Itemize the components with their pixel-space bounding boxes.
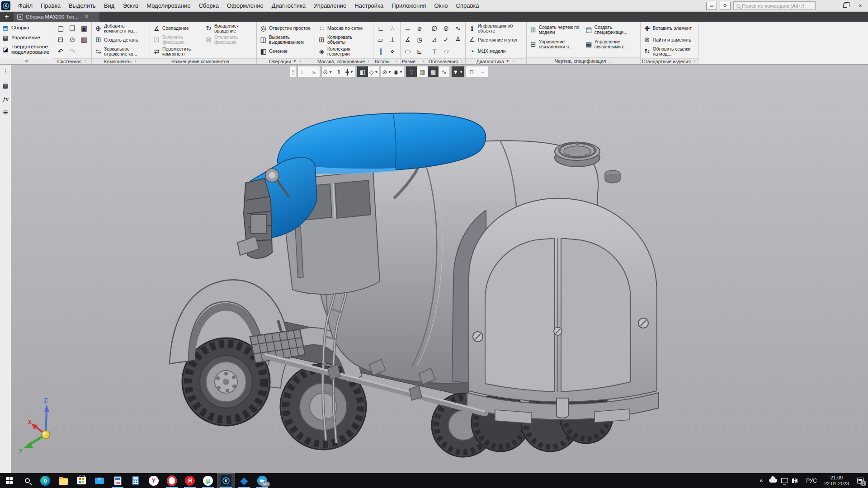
filter-objects-button[interactable]: ▼▼ bbox=[452, 66, 464, 77]
group-label-standard-parts[interactable]: Стандартные изделия⋮ bbox=[641, 58, 698, 65]
menu-applications[interactable]: Приложения bbox=[387, 0, 430, 12]
move-view-button[interactable]: ╋▼ bbox=[344, 66, 355, 77]
insert-element-button[interactable]: ✚ Вставить элемент bbox=[642, 23, 695, 34]
taskbar-mail[interactable] bbox=[90, 473, 108, 488]
taskbar-kompas[interactable]: К bbox=[217, 473, 235, 488]
screen-settings-icon[interactable]: ⚙ bbox=[720, 2, 731, 10]
drag-handle[interactable]: ⣿ bbox=[290, 70, 296, 75]
normal-to-button[interactable]: ⇑ bbox=[333, 66, 344, 77]
tab-assembly-ma3200[interactable]: К Сборка МА3200 Топ... × bbox=[14, 12, 99, 22]
aux-point-button[interactable]: ∴ bbox=[387, 23, 398, 34]
main-menu-icon[interactable]: ≡ bbox=[1, 108, 10, 117]
create-part-button[interactable]: ⊞ Создать деталь bbox=[93, 34, 148, 46]
manage-linked-drawings-button[interactable]: ⊟ Управление связанными ч... bbox=[528, 37, 583, 52]
update-links-button[interactable]: ↻ Обновить ссылки на мод... bbox=[642, 46, 695, 57]
group-label-diagnostics[interactable]: Диагностика▼⋮ bbox=[466, 58, 526, 65]
close-button[interactable]: × bbox=[853, 0, 868, 12]
rotation-rotation-button[interactable]: ↻ Вращение-вращение bbox=[203, 23, 255, 34]
taskbar-edge[interactable]: e bbox=[36, 473, 54, 488]
oriented-cs-button[interactable]: ⊾ bbox=[309, 66, 320, 77]
menu-assembly[interactable]: Сборка bbox=[194, 0, 223, 12]
dim-arc-button[interactable]: ⊾ bbox=[414, 46, 425, 57]
structure-tree-icon[interactable]: ⫶ bbox=[1, 67, 10, 76]
taskbar-opera[interactable] bbox=[163, 473, 181, 488]
new-tab-button[interactable]: + bbox=[0, 12, 14, 22]
designation-tolerance-button[interactable]: ✓ bbox=[440, 34, 452, 46]
designation-base-button[interactable]: ⊘ bbox=[440, 23, 452, 34]
menu-select[interactable]: Выделить bbox=[65, 0, 100, 12]
mass-properties-button[interactable]: ◔ МЦХ модели bbox=[467, 46, 525, 57]
taskbar-calculator[interactable] bbox=[127, 473, 145, 488]
group-label-components[interactable]: Компоненты⋮ bbox=[92, 58, 150, 65]
model-viewport[interactable]: ⣿ ∟ ⊾ ⊙▼ ⇑ ╋▼ ◧ ◇▼ ⊘▼ ◉▼ ∵ ▦ ▩ ∿ ▼▼ ⊓ ⌁ bbox=[11, 65, 868, 473]
dim-radial-button[interactable]: ◷ bbox=[414, 34, 425, 46]
menu-view[interactable]: Вид bbox=[100, 0, 119, 12]
group-label-operations[interactable]: Операции▼⋮ bbox=[257, 58, 315, 65]
object-info-button[interactable]: ℹ Информация об объекте bbox=[467, 23, 525, 34]
parameters-list-icon[interactable]: ▤ bbox=[1, 81, 10, 90]
coincidence-button[interactable]: ∡ Совпадение bbox=[151, 23, 203, 34]
menu-file[interactable]: Файл bbox=[14, 0, 37, 12]
open-document-button[interactable]: ❒ bbox=[66, 23, 78, 34]
dimensions-display-button[interactable]: ∵ bbox=[406, 66, 417, 77]
menu-sketch[interactable]: Эскиз bbox=[118, 0, 142, 12]
planes-display-button[interactable]: ▦ bbox=[417, 66, 428, 77]
dim-diameter-button[interactable]: ⌀ bbox=[414, 23, 425, 34]
menu-settings[interactable]: Настройка bbox=[350, 0, 387, 12]
designation-area-button[interactable]: ▱ bbox=[440, 46, 452, 57]
hide-objects-button[interactable]: ⊘▼ bbox=[381, 66, 392, 77]
start-button[interactable] bbox=[0, 473, 18, 488]
aux-cs-button[interactable]: ∟ bbox=[375, 23, 387, 34]
mode-solid-modeling[interactable]: ◪ Твердотельное моделирование bbox=[0, 42, 53, 56]
menu-help[interactable]: Справка bbox=[452, 0, 483, 12]
new-document-button[interactable]: ▢ bbox=[55, 23, 66, 34]
mode-assembly[interactable]: ⬒ Сборка bbox=[0, 23, 53, 33]
aux-spiral-button[interactable]: ⋄ bbox=[387, 46, 398, 57]
create-spec-button[interactable]: ▤ Создать спецификаци... bbox=[584, 23, 639, 37]
zoom-button[interactable]: ⊙▼ bbox=[322, 66, 333, 77]
cut-extrude-button[interactable]: ◫ Вырезать выдавливанием bbox=[258, 34, 313, 46]
wireframe-display-button[interactable]: ◇▼ bbox=[368, 66, 379, 77]
group-label-array-copy[interactable]: Массив, копирование⋮ bbox=[315, 58, 373, 65]
truck-model-3d[interactable]: Z X Y bbox=[11, 65, 868, 473]
shaded-display-button[interactable]: ◧ bbox=[357, 66, 368, 77]
menu-layout[interactable]: Оформление bbox=[223, 0, 268, 12]
group-label-drawing-spec[interactable]: Чертеж, спецификация⋮ bbox=[527, 57, 640, 64]
print-button[interactable]: ⊟ bbox=[55, 34, 66, 46]
language-indicator[interactable]: РУС bbox=[802, 478, 821, 484]
group-label-auxiliary[interactable]: Вспом...⋮ bbox=[373, 58, 400, 65]
minimize-button[interactable]: – bbox=[822, 0, 837, 12]
variables-fx-icon[interactable]: ƒx bbox=[1, 94, 10, 103]
simple-hole-button[interactable]: ◎ Отверстие простое bbox=[258, 23, 313, 34]
menu-window[interactable]: Окно bbox=[430, 0, 452, 12]
group-label-placement[interactable]: Размещение компонентов⋮ bbox=[150, 58, 256, 65]
menu-modeling[interactable]: Моделирование bbox=[142, 0, 194, 12]
find-replace-button[interactable]: ⊛ Найти и заменить bbox=[642, 34, 695, 46]
aux-axis-button[interactable]: ∥ bbox=[375, 46, 387, 57]
taskbar-editor-app[interactable] bbox=[108, 473, 127, 488]
aux-local-cs-button[interactable]: ⊥ bbox=[387, 34, 398, 46]
taskbar-ybrowser[interactable]: Y bbox=[145, 473, 163, 488]
menu-management[interactable]: Управление bbox=[310, 0, 350, 12]
menu-edit[interactable]: Правка bbox=[37, 0, 65, 12]
window-layout-icon[interactable]: ▭ bbox=[706, 2, 717, 10]
preview-button[interactable]: ⊙ bbox=[66, 34, 78, 46]
restore-button[interactable] bbox=[837, 0, 853, 12]
search-input[interactable] bbox=[742, 3, 810, 9]
sketch-display-button[interactable]: ∿ bbox=[439, 66, 449, 77]
mirror-component-button[interactable]: ⇋ Зеркальное отражение ко... bbox=[93, 46, 148, 57]
show-hidden-button[interactable]: ◉▼ bbox=[392, 66, 404, 77]
dim-chain-button[interactable]: ▭ bbox=[402, 46, 414, 57]
mode-panel-expander[interactable]: » bbox=[0, 59, 53, 64]
aux-plane-button[interactable]: ▱ bbox=[375, 34, 387, 46]
taskbar-yandex[interactable]: Я bbox=[181, 473, 199, 488]
network-icon[interactable] bbox=[779, 473, 791, 488]
show-cs-button[interactable]: ∟ bbox=[298, 66, 309, 77]
taskbar-store[interactable] bbox=[72, 473, 90, 488]
geometry-collection-button[interactable]: ◈ Коллекция геометрии bbox=[316, 46, 372, 57]
menu-diagnostics[interactable]: Диагностика bbox=[268, 0, 310, 12]
manage-linked-specs-button[interactable]: ▦ Управление связанными с... bbox=[584, 37, 639, 52]
group-label-dimensions[interactable]: Разме...⋮ bbox=[401, 58, 427, 65]
dim-linear-button[interactable]: ↔ bbox=[402, 23, 414, 34]
taskbar-telegram[interactable]: 145 bbox=[253, 473, 271, 488]
